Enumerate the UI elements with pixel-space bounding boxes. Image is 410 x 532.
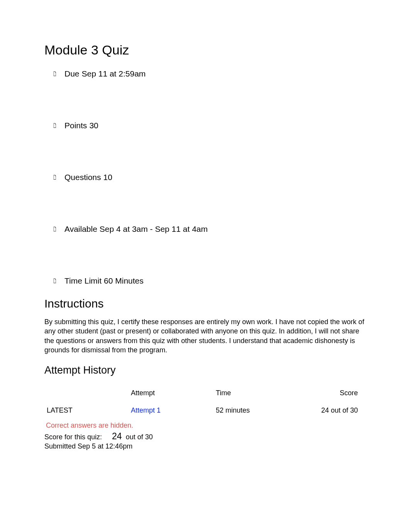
col-time: Time [214, 386, 303, 404]
attempt-time: 52 minutes [214, 404, 303, 417]
col-score: Score [303, 386, 366, 404]
bullet-icon: 🗋 [53, 277, 55, 285]
bullet-icon: 🗋 [53, 225, 55, 233]
bullet-icon: 🗋 [53, 173, 55, 182]
meta-value: Sep 11 at 2:59am [82, 69, 146, 78]
instructions-body: By submitting this quiz, I certify these… [44, 317, 366, 355]
attempt-history-heading: Attempt History [44, 364, 366, 376]
meta-value: Sep 4 at 3am - Sep 11 at 4am [100, 224, 208, 234]
meta-label: Available [64, 224, 97, 234]
quiz-meta-list: 🗋 Due Sep 11 at 2:59am 🗋 Points 30 🗋 Que… [52, 69, 366, 286]
meta-points: 🗋 Points 30 [52, 121, 366, 130]
score-for-quiz: Score for this quiz:24 out of 30 [44, 431, 366, 442]
bullet-icon: 🗋 [53, 70, 55, 78]
meta-time-limit: 🗋 Time Limit 60 Minutes [52, 276, 366, 286]
attempt-score: 24 out of 30 [303, 404, 366, 417]
hidden-answers-notice: Correct answers are hidden. [44, 422, 366, 430]
score-suffix: out of 30 [126, 433, 153, 441]
meta-label: Due [64, 69, 80, 78]
attempt-link[interactable]: Attempt 1 [131, 406, 161, 414]
submitted-timestamp: Submitted Sep 5 at 12:46pm [44, 442, 366, 450]
table-header-row: Attempt Time Score [44, 386, 366, 404]
meta-label: Time Limit [64, 276, 102, 286]
meta-value: 10 [103, 173, 112, 182]
bullet-icon: 🗋 [53, 122, 55, 130]
col-attempt: Attempt [129, 386, 214, 404]
meta-label: Questions [64, 173, 101, 182]
status-badge: LATEST [46, 406, 73, 414]
instructions-heading: Instructions [44, 297, 366, 310]
meta-value: 60 Minutes [104, 276, 144, 286]
meta-label: Points [64, 121, 87, 130]
meta-value: 30 [89, 121, 98, 130]
page-title: Module 3 Quiz [44, 42, 366, 58]
meta-questions: 🗋 Questions 10 [52, 173, 366, 182]
meta-available: 🗋 Available Sep 4 at 3am - Sep 11 at 4am [52, 224, 366, 234]
meta-due: 🗋 Due Sep 11 at 2:59am [52, 69, 366, 78]
table-row: LATEST Attempt 1 52 minutes 24 out of 30 [44, 404, 366, 417]
attempt-history-table: Attempt Time Score LATEST Attempt 1 52 m… [44, 386, 366, 417]
col-blank [44, 386, 129, 404]
score-label: Score for this quiz: [44, 433, 102, 441]
score-value: 24 [112, 431, 122, 441]
